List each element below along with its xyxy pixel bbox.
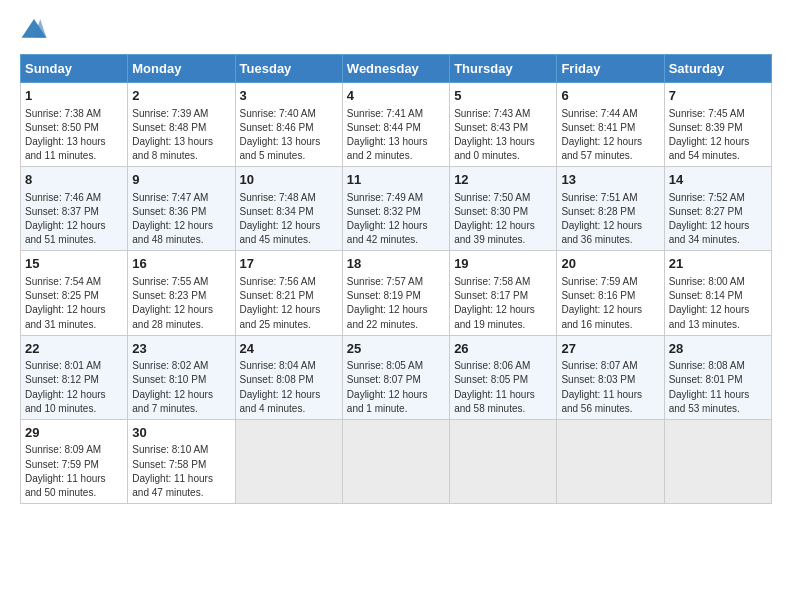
day-number: 1 [25,87,123,105]
day-number: 3 [240,87,338,105]
day-info: Sunrise: 7:48 AMSunset: 8:34 PMDaylight:… [240,192,321,246]
day-number: 23 [132,340,230,358]
day-number: 4 [347,87,445,105]
day-info: Sunrise: 7:49 AMSunset: 8:32 PMDaylight:… [347,192,428,246]
calendar-day-cell: 7Sunrise: 7:45 AMSunset: 8:39 PMDaylight… [664,83,771,167]
header [20,16,772,44]
calendar-week-row: 22Sunrise: 8:01 AMSunset: 8:12 PMDayligh… [21,335,772,419]
day-info: Sunrise: 7:47 AMSunset: 8:36 PMDaylight:… [132,192,213,246]
calendar-day-cell: 5Sunrise: 7:43 AMSunset: 8:43 PMDaylight… [450,83,557,167]
day-number: 5 [454,87,552,105]
day-info: Sunrise: 7:43 AMSunset: 8:43 PMDaylight:… [454,108,535,162]
calendar-day-cell [342,419,449,503]
calendar-day-cell: 29Sunrise: 8:09 AMSunset: 7:59 PMDayligh… [21,419,128,503]
calendar-day-cell: 20Sunrise: 7:59 AMSunset: 8:16 PMDayligh… [557,251,664,335]
generalblue-logo-icon [20,16,48,44]
day-info: Sunrise: 7:40 AMSunset: 8:46 PMDaylight:… [240,108,321,162]
day-number: 8 [25,171,123,189]
day-info: Sunrise: 7:52 AMSunset: 8:27 PMDaylight:… [669,192,750,246]
calendar-day-cell: 23Sunrise: 8:02 AMSunset: 8:10 PMDayligh… [128,335,235,419]
day-number: 2 [132,87,230,105]
column-header-sunday: Sunday [21,55,128,83]
calendar-day-cell: 8Sunrise: 7:46 AMSunset: 8:37 PMDaylight… [21,167,128,251]
day-number: 25 [347,340,445,358]
day-info: Sunrise: 7:54 AMSunset: 8:25 PMDaylight:… [25,276,106,330]
calendar-day-cell: 14Sunrise: 7:52 AMSunset: 8:27 PMDayligh… [664,167,771,251]
calendar-day-cell: 16Sunrise: 7:55 AMSunset: 8:23 PMDayligh… [128,251,235,335]
day-number: 11 [347,171,445,189]
calendar-day-cell: 1Sunrise: 7:38 AMSunset: 8:50 PMDaylight… [21,83,128,167]
calendar-day-cell: 22Sunrise: 8:01 AMSunset: 8:12 PMDayligh… [21,335,128,419]
day-number: 30 [132,424,230,442]
column-header-wednesday: Wednesday [342,55,449,83]
day-info: Sunrise: 7:57 AMSunset: 8:19 PMDaylight:… [347,276,428,330]
day-info: Sunrise: 7:50 AMSunset: 8:30 PMDaylight:… [454,192,535,246]
column-header-friday: Friday [557,55,664,83]
day-number: 13 [561,171,659,189]
day-number: 22 [25,340,123,358]
calendar-day-cell: 11Sunrise: 7:49 AMSunset: 8:32 PMDayligh… [342,167,449,251]
column-header-monday: Monday [128,55,235,83]
calendar-day-cell: 6Sunrise: 7:44 AMSunset: 8:41 PMDaylight… [557,83,664,167]
calendar-day-cell: 18Sunrise: 7:57 AMSunset: 8:19 PMDayligh… [342,251,449,335]
calendar-week-row: 29Sunrise: 8:09 AMSunset: 7:59 PMDayligh… [21,419,772,503]
calendar-table: SundayMondayTuesdayWednesdayThursdayFrid… [20,54,772,504]
day-info: Sunrise: 7:46 AMSunset: 8:37 PMDaylight:… [25,192,106,246]
calendar-day-cell: 3Sunrise: 7:40 AMSunset: 8:46 PMDaylight… [235,83,342,167]
calendar-day-cell: 24Sunrise: 8:04 AMSunset: 8:08 PMDayligh… [235,335,342,419]
day-number: 16 [132,255,230,273]
day-info: Sunrise: 7:38 AMSunset: 8:50 PMDaylight:… [25,108,106,162]
calendar-page: SundayMondayTuesdayWednesdayThursdayFrid… [0,0,792,514]
day-number: 9 [132,171,230,189]
column-header-saturday: Saturday [664,55,771,83]
calendar-day-cell: 12Sunrise: 7:50 AMSunset: 8:30 PMDayligh… [450,167,557,251]
day-info: Sunrise: 8:04 AMSunset: 8:08 PMDaylight:… [240,360,321,414]
day-info: Sunrise: 8:01 AMSunset: 8:12 PMDaylight:… [25,360,106,414]
day-info: Sunrise: 8:07 AMSunset: 8:03 PMDaylight:… [561,360,642,414]
day-info: Sunrise: 7:59 AMSunset: 8:16 PMDaylight:… [561,276,642,330]
calendar-week-row: 8Sunrise: 7:46 AMSunset: 8:37 PMDaylight… [21,167,772,251]
day-info: Sunrise: 7:44 AMSunset: 8:41 PMDaylight:… [561,108,642,162]
calendar-day-cell: 13Sunrise: 7:51 AMSunset: 8:28 PMDayligh… [557,167,664,251]
day-number: 12 [454,171,552,189]
calendar-week-row: 15Sunrise: 7:54 AMSunset: 8:25 PMDayligh… [21,251,772,335]
day-number: 17 [240,255,338,273]
calendar-day-cell: 26Sunrise: 8:06 AMSunset: 8:05 PMDayligh… [450,335,557,419]
day-number: 29 [25,424,123,442]
day-number: 10 [240,171,338,189]
day-number: 7 [669,87,767,105]
day-info: Sunrise: 8:06 AMSunset: 8:05 PMDaylight:… [454,360,535,414]
calendar-day-cell [450,419,557,503]
day-info: Sunrise: 7:55 AMSunset: 8:23 PMDaylight:… [132,276,213,330]
day-info: Sunrise: 8:05 AMSunset: 8:07 PMDaylight:… [347,360,428,414]
column-header-thursday: Thursday [450,55,557,83]
calendar-week-row: 1Sunrise: 7:38 AMSunset: 8:50 PMDaylight… [21,83,772,167]
day-number: 14 [669,171,767,189]
calendar-day-cell [557,419,664,503]
calendar-day-cell: 2Sunrise: 7:39 AMSunset: 8:48 PMDaylight… [128,83,235,167]
day-info: Sunrise: 7:58 AMSunset: 8:17 PMDaylight:… [454,276,535,330]
calendar-day-cell: 25Sunrise: 8:05 AMSunset: 8:07 PMDayligh… [342,335,449,419]
day-number: 20 [561,255,659,273]
column-header-row: SundayMondayTuesdayWednesdayThursdayFrid… [21,55,772,83]
day-info: Sunrise: 7:41 AMSunset: 8:44 PMDaylight:… [347,108,428,162]
logo [20,16,52,44]
day-number: 26 [454,340,552,358]
day-info: Sunrise: 7:51 AMSunset: 8:28 PMDaylight:… [561,192,642,246]
day-number: 19 [454,255,552,273]
calendar-day-cell: 9Sunrise: 7:47 AMSunset: 8:36 PMDaylight… [128,167,235,251]
day-number: 6 [561,87,659,105]
day-info: Sunrise: 8:02 AMSunset: 8:10 PMDaylight:… [132,360,213,414]
day-number: 21 [669,255,767,273]
column-header-tuesday: Tuesday [235,55,342,83]
calendar-day-cell: 28Sunrise: 8:08 AMSunset: 8:01 PMDayligh… [664,335,771,419]
day-info: Sunrise: 7:56 AMSunset: 8:21 PMDaylight:… [240,276,321,330]
day-info: Sunrise: 8:08 AMSunset: 8:01 PMDaylight:… [669,360,750,414]
day-number: 24 [240,340,338,358]
day-number: 15 [25,255,123,273]
day-info: Sunrise: 7:39 AMSunset: 8:48 PMDaylight:… [132,108,213,162]
day-info: Sunrise: 8:00 AMSunset: 8:14 PMDaylight:… [669,276,750,330]
calendar-day-cell: 4Sunrise: 7:41 AMSunset: 8:44 PMDaylight… [342,83,449,167]
calendar-day-cell: 30Sunrise: 8:10 AMSunset: 7:58 PMDayligh… [128,419,235,503]
day-number: 18 [347,255,445,273]
